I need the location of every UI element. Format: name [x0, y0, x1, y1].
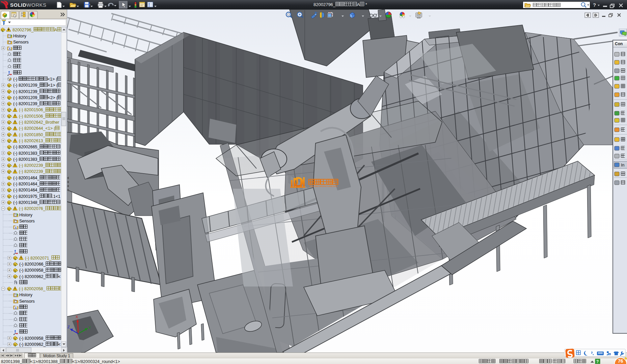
svg-text:25: 25: [608, 354, 611, 356]
svg-text:(-) 82002058_: (-) 82002058_: [19, 286, 47, 291]
svg-text:A: A: [357, 2, 360, 7]
svg-text:History: History: [19, 213, 33, 217]
svg-text:(-) 82001383_: (-) 82001383_: [13, 151, 40, 156]
svg-text:<: <: [58, 342, 60, 347]
svg-text:In: In: [621, 163, 624, 168]
svg-text:Sensors: Sensors: [19, 299, 35, 304]
svg-text:(-) 82000958_: (-) 82000958_: [19, 336, 46, 341]
svg-text:Sensors: Sensors: [19, 219, 35, 223]
svg-text:History: History: [13, 34, 27, 38]
svg-text:(-) 82001850_: (-) 82001850_: [19, 132, 46, 137]
svg-text:82002796_: 82002796_: [314, 2, 336, 7]
svg-text:(-) 82001506_: (-) 82001506_: [19, 114, 46, 119]
svg-text:(-) 82000958_: (-) 82000958_: [19, 268, 46, 273]
svg-text:<2> (: <2> (: [48, 95, 58, 100]
svg-text:Y: Y: [88, 326, 91, 330]
svg-text:(-): (-): [13, 77, 19, 82]
svg-text:(-) 82001506_: (-) 82001506_: [19, 108, 46, 112]
svg-text:A: A: [9, 47, 11, 51]
svg-text:A: A: [15, 306, 17, 310]
svg-text:(-) 82001239_: (-) 82001239_: [13, 89, 40, 94]
svg-text:SOLIDWORKS: SOLIDWORKS: [10, 2, 47, 8]
svg-text:(-) 82001464_: (-) 82001464_: [13, 182, 40, 186]
svg-text:(-) 82002239_: (-) 82002239_: [19, 169, 46, 174]
svg-text:(-) 82002071_: (-) 82002071_: [25, 256, 52, 261]
svg-text:Z: Z: [67, 325, 70, 329]
svg-text:<1> (: <1> (: [48, 77, 58, 82]
svg-text:(-) 82002644_<1> (: (-) 82002644_<1> (: [19, 126, 56, 131]
svg-text:?: ?: [593, 2, 596, 8]
svg-text:76: 76: [618, 358, 623, 364]
svg-text:A: A: [54, 28, 57, 32]
svg-text:(-) 82002665_: (-) 82002665_: [13, 145, 40, 149]
svg-text:(-) 82001209_: (-) 82001209_: [13, 83, 40, 88]
svg-text:*: *: [364, 2, 367, 7]
svg-text:82001398_: 82001398_: [1, 359, 23, 364]
svg-text:<: <: [58, 274, 60, 279]
svg-text:(-) 82002642_Brother: (-) 82002642_Brother: [19, 120, 59, 125]
svg-text:82002796_: 82002796_: [12, 28, 34, 32]
svg-text:(-) 82001383_: (-) 82001383_: [13, 157, 40, 162]
svg-text:(-) 82000962_: (-) 82000962_: [19, 274, 46, 279]
svg-text:(-) 82001975_: (-) 82001975_: [13, 194, 40, 199]
svg-text:Sensors: Sensors: [13, 40, 29, 44]
svg-text:?: ?: [596, 359, 599, 364]
svg-text:(-) 82001348_: (-) 82001348_: [13, 200, 40, 205]
svg-text:(-) 82001209_: (-) 82001209_: [13, 95, 40, 100]
svg-text:A: A: [15, 226, 17, 230]
svg-text:(-) 82002613_: (-) 82002613_: [19, 139, 46, 143]
svg-text:INTELLIGENT MANUFACTURING DATA: INTELLIGENT MANUFACTURING DATA: [309, 186, 338, 187]
svg-text:(-) 82000962_: (-) 82000962_: [19, 342, 46, 347]
svg-text:History: History: [19, 293, 33, 297]
svg-text:(-) 82001464_: (-) 82001464_: [13, 188, 40, 192]
svg-text:X: X: [76, 315, 78, 319]
svg-text:.1<1: .1<1: [52, 194, 60, 199]
svg-text:<1>/82001388_: <1>/82001388_: [30, 359, 60, 364]
svg-text:(-) 82001464_: (-) 82001464_: [13, 176, 40, 180]
svg-text:(-) 82002076_: (-) 82002076_: [19, 206, 46, 211]
svg-text:(-) 82002239_: (-) 82002239_: [19, 163, 46, 168]
svg-text:(-) 82002066_: (-) 82002066_: [19, 262, 46, 267]
svg-text:<1> (: <1> (: [48, 83, 58, 88]
svg-text:<1>/82000324_round<1>: <1>/82000324_round<1>: [72, 359, 120, 364]
svg-text:(-) 82001239_: (-) 82001239_: [13, 101, 40, 106]
